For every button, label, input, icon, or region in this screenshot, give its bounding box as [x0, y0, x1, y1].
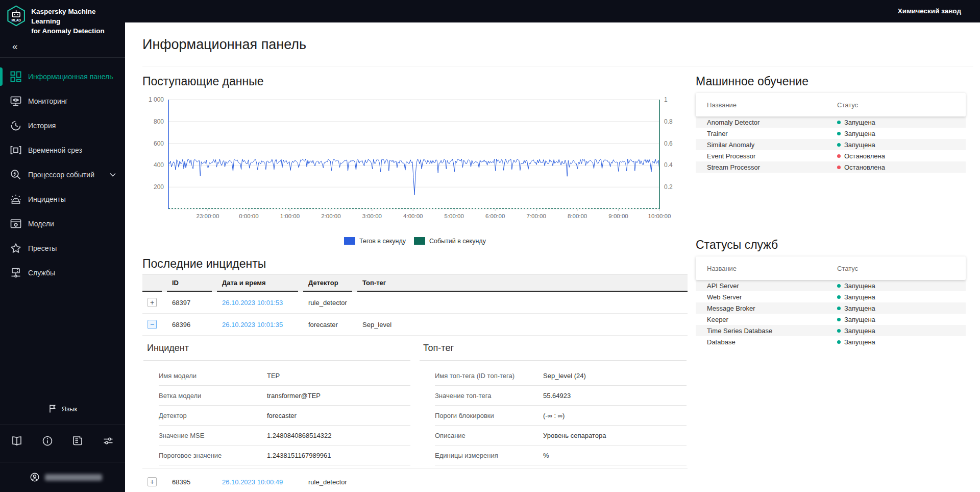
- recent-incidents-section: Последние инциденты ID Дата и время Дете…: [142, 257, 688, 492]
- incoming-data-section: Поступающие данные 1 00080060040020010.8…: [142, 75, 688, 245]
- incident-row: + 68395 26.10.2023 10:00:49 rule_detecto…: [142, 471, 688, 492]
- col-datetime: Дата и время: [217, 275, 298, 292]
- incident-datetime-link[interactable]: 26.10.2023 10:01:53: [222, 299, 283, 307]
- expand-button[interactable]: +: [148, 477, 157, 486]
- status-dot: [837, 121, 841, 124]
- sidebar-item-models[interactable]: Модели: [0, 212, 125, 236]
- col-top-tag: Топ-тег: [357, 275, 688, 292]
- collapse-button[interactable]: −: [148, 320, 157, 329]
- incident-card-title: Инцидент: [143, 336, 410, 354]
- svg-text:0:00:00: 0:00:00: [239, 213, 258, 219]
- status-dot: [837, 132, 841, 135]
- table-row: Anomaly Detector Запущена: [696, 116, 966, 128]
- sidebar: MLAD Kaspersky Machine Learning for Anom…: [0, 0, 125, 492]
- status-dot: [837, 340, 841, 344]
- expand-button[interactable]: +: [148, 298, 157, 307]
- field-threshold: Пороговое значение 1.2438151167989961: [159, 446, 410, 465]
- sidebar-collapse-button[interactable]: «: [12, 41, 28, 52]
- col-expand: [142, 275, 162, 292]
- sidebar-item-incidents[interactable]: Инциденты: [0, 187, 125, 212]
- sidebar-item-label: Пресеты: [28, 244, 57, 252]
- sidebar-bottom: Язык: [0, 398, 125, 492]
- incident-detector: rule_detector: [303, 299, 357, 307]
- user-icon: [30, 472, 40, 482]
- main-content: Информационная панель Поступающие данные…: [125, 22, 980, 492]
- settings-sliders-icon[interactable]: [103, 435, 114, 447]
- incident-datetime-link[interactable]: 26.10.2023 10:00:49: [222, 478, 283, 486]
- help-book-icon[interactable]: [11, 435, 22, 447]
- table-row: Time Series Database Запущена: [696, 325, 966, 336]
- svg-text:0.2: 0.2: [664, 183, 673, 191]
- language-selector[interactable]: Язык: [0, 398, 125, 419]
- incident-top-tag: Sep_level: [357, 321, 688, 329]
- services-table-header: Название Статус: [696, 256, 966, 280]
- top-tag-card: Топ-тег Имя топ-тега (ID топ-тега) Sep_l…: [420, 336, 687, 465]
- ml-table-rows: Anomaly Detector Запущена Trainer Запуще…: [696, 116, 966, 173]
- table-row: Keeper Запущена: [696, 314, 966, 325]
- legend-item-events: Событий в секунду: [414, 237, 486, 245]
- svg-text:4:00:00: 4:00:00: [403, 213, 423, 219]
- account-email-redacted: [45, 474, 102, 481]
- time-slice-icon: [10, 145, 21, 156]
- status-dot: [837, 329, 841, 333]
- incident-detector: forecaster: [303, 321, 357, 329]
- svg-text:0.4: 0.4: [664, 161, 673, 169]
- svg-text:7:00:00: 7:00:00: [526, 213, 546, 219]
- svg-text:2:00:00: 2:00:00: [321, 213, 340, 219]
- mlad-logo-icon: MLAD: [6, 5, 26, 27]
- app-logo-block: MLAD Kaspersky Machine Learning for Anom…: [0, 0, 125, 36]
- sidebar-item-label: История: [28, 122, 56, 130]
- incident-id: 68396: [167, 321, 217, 329]
- account[interactable]: [0, 462, 125, 492]
- news-icon[interactable]: [72, 435, 83, 447]
- sidebar-item-presets[interactable]: Пресеты: [0, 236, 125, 261]
- sidebar-item-time-slice[interactable]: Временной срез: [0, 138, 125, 162]
- incident-datetime-link[interactable]: 26.10.2023 10:01:35: [222, 321, 283, 329]
- svg-text:23:00:00: 23:00:00: [197, 213, 219, 219]
- status-dot: [837, 307, 841, 310]
- col-id: ID: [167, 275, 212, 292]
- table-row: Event Processor Остановлена: [696, 150, 966, 161]
- field-blocking-thresholds: Пороги блокировки (-∞ : ∞): [435, 406, 687, 426]
- top-bar: Химический завод: [0, 0, 980, 22]
- sidebar-item-services[interactable]: Службы: [0, 261, 125, 285]
- status-dot: [837, 284, 841, 288]
- svg-text:MLAD: MLAD: [11, 18, 21, 22]
- sidebar-item-dashboard[interactable]: Информационная панель: [0, 64, 125, 89]
- status-dot: [837, 154, 841, 158]
- svg-text:600: 600: [154, 140, 164, 147]
- services-icon: [10, 267, 21, 278]
- incidents-icon: [10, 194, 21, 205]
- chevron-down-icon: [110, 173, 116, 177]
- dashboard-icon: [10, 71, 21, 82]
- incident-id: 68395: [167, 478, 217, 486]
- sidebar-item-history[interactable]: История: [0, 113, 125, 138]
- svg-text:400: 400: [154, 161, 164, 169]
- field-detector: Детектор forecaster: [159, 406, 410, 426]
- models-icon: [10, 218, 21, 229]
- svg-text:10:00:00: 10:00:00: [648, 213, 671, 219]
- incidents-title: Последние инциденты: [142, 257, 688, 271]
- sidebar-item-event-processor[interactable]: Процессор событий: [0, 162, 125, 187]
- page-title: Информационная панель: [142, 37, 973, 53]
- incident-id: 68397: [167, 299, 217, 307]
- sidebar-item-monitoring[interactable]: Мониторинг: [0, 89, 125, 113]
- table-row: Trainer Запущена: [696, 128, 966, 139]
- chart-legend: Тегов в секунду Событий в секунду: [142, 237, 688, 245]
- incident-row: + 68397 26.10.2023 10:01:53 rule_detecto…: [142, 292, 688, 314]
- sidebar-divider: [0, 57, 125, 58]
- field-model-name: Имя модели TEP: [159, 366, 410, 386]
- svg-text:5:00:00: 5:00:00: [445, 213, 464, 219]
- table-row: API Server Запущена: [696, 280, 966, 291]
- info-icon[interactable]: [42, 435, 53, 447]
- incident-card: Инцидент Имя модели TEP Ветка модели tra…: [143, 336, 410, 465]
- field-top-tag-name: Имя топ-тега (ID топ-тега) Sep_level (24…: [435, 366, 687, 386]
- sidebar-item-label: Временной срез: [28, 146, 82, 154]
- ml-table-header: Название Статус: [696, 93, 966, 116]
- status-dot: [837, 318, 841, 321]
- svg-text:8:00:00: 8:00:00: [568, 213, 587, 219]
- legend-swatch-green: [414, 237, 425, 245]
- svg-text:800: 800: [154, 118, 164, 125]
- svg-text:1:00:00: 1:00:00: [280, 213, 300, 219]
- field-top-tag-value: Значение топ-тега 55.64923: [435, 386, 687, 406]
